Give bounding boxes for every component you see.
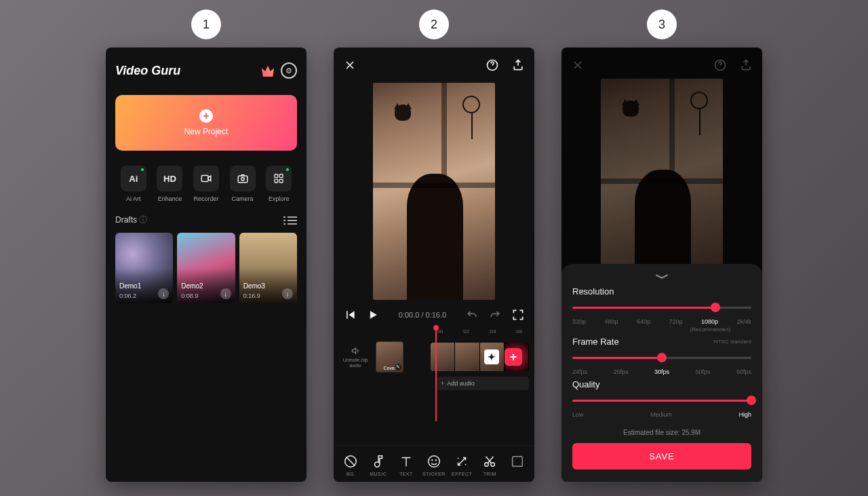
new-project-label: New Project xyxy=(184,127,229,136)
settings-icon[interactable]: ⚙ xyxy=(277,59,300,82)
resolution-recommended-label: (Recommended) xyxy=(572,326,751,332)
premium-crown-icon[interactable] xyxy=(262,64,281,77)
svg-rect-6 xyxy=(280,179,283,183)
redo-icon[interactable] xyxy=(488,308,502,322)
tool-effect[interactable]: EFFECT xyxy=(448,454,476,476)
add-audio-button[interactable]: +Add audio xyxy=(437,377,529,390)
new-project-button[interactable]: + New Project xyxy=(115,95,297,151)
list-view-icon[interactable] xyxy=(288,216,297,225)
add-clip-button[interactable]: + xyxy=(505,348,522,366)
screen-editor: 0:00.0 / 0:16.0 :00:02:04:06 Unmute clip… xyxy=(334,47,534,482)
draft-item[interactable]: Demo10:06.2↓ xyxy=(115,233,173,303)
download-icon[interactable]: ↓ xyxy=(282,288,293,299)
playback-time: 0:00.0 / 0:16.0 xyxy=(389,311,456,319)
tool-enhance[interactable]: HDEnhance xyxy=(152,166,189,202)
tool-trim[interactable]: TRIM xyxy=(476,454,504,476)
estimated-size: Estimated file size: 25.9M xyxy=(572,429,751,436)
video-preview-dimmed xyxy=(601,79,723,296)
download-icon[interactable]: ↓ xyxy=(158,288,169,299)
video-preview[interactable] xyxy=(373,83,495,300)
save-button[interactable]: SAVE xyxy=(572,443,751,470)
resolution-slider[interactable] xyxy=(572,299,751,317)
svg-point-10 xyxy=(432,460,433,461)
export-icon[interactable] xyxy=(739,58,753,72)
svg-rect-16 xyxy=(513,457,523,467)
fullscreen-icon[interactable] xyxy=(511,308,525,322)
svg-rect-3 xyxy=(275,174,278,178)
tool-sticker[interactable]: STICKER xyxy=(420,454,448,476)
svg-point-11 xyxy=(435,460,436,461)
step-badge-1: 1 xyxy=(191,9,221,39)
close-icon[interactable] xyxy=(571,58,585,72)
plus-icon: + xyxy=(199,109,213,123)
undo-icon[interactable] xyxy=(465,308,479,322)
close-icon[interactable] xyxy=(343,58,357,72)
tool-more[interactable] xyxy=(504,454,532,476)
tool-ai-art[interactable]: AiAi Art xyxy=(115,166,152,202)
quality-slider[interactable] xyxy=(572,392,751,410)
screen-home: Video Guru ⚙ + New Project AiAi Art HDEn… xyxy=(106,47,307,482)
drafts-title: Drafts ⓘ xyxy=(115,214,147,226)
draft-item[interactable]: Demo30:16.9↓ xyxy=(239,233,297,303)
help-icon[interactable] xyxy=(486,58,499,72)
resolution-title: Resolution xyxy=(572,286,751,297)
cover-thumbnail[interactable]: Cover✎ xyxy=(376,341,403,373)
tool-explore[interactable]: Explore xyxy=(260,166,297,202)
tool-recorder[interactable]: Recorder xyxy=(188,166,224,202)
help-icon[interactable] xyxy=(713,58,727,72)
framerate-title: Frame RateNTSC standard xyxy=(572,337,751,347)
timeline-playhead[interactable] xyxy=(435,325,437,421)
svg-rect-4 xyxy=(280,174,283,178)
skip-back-icon[interactable] xyxy=(343,308,357,322)
tool-bg[interactable]: BG xyxy=(336,454,364,476)
tool-music[interactable]: MUSIC xyxy=(364,454,392,476)
svg-rect-1 xyxy=(238,176,248,183)
svg-rect-0 xyxy=(201,176,208,182)
framerate-slider[interactable] xyxy=(572,349,751,367)
svg-point-13 xyxy=(465,464,467,465)
download-icon[interactable]: ↓ xyxy=(220,288,231,299)
export-sheet: Resolution 320p480p640p720p1080p2k/4k (R… xyxy=(561,264,762,482)
keyframe-button[interactable]: ✦ xyxy=(484,349,499,364)
unmute-clip-button[interactable]: Unmute clip audio xyxy=(339,346,372,368)
app-logo: Video Guru xyxy=(115,64,262,78)
quality-title: Quality xyxy=(572,379,751,389)
step-badge-3: 3 xyxy=(647,9,677,39)
sheet-handle-icon[interactable] xyxy=(572,273,751,280)
svg-rect-5 xyxy=(275,179,278,183)
tool-camera[interactable]: Camera xyxy=(224,166,261,202)
export-icon[interactable] xyxy=(511,58,525,72)
screen-export: Resolution 320p480p640p720p1080p2k/4k (R… xyxy=(561,47,762,482)
tool-text[interactable]: TEXT xyxy=(392,454,420,476)
svg-point-12 xyxy=(458,458,459,459)
svg-point-9 xyxy=(429,456,440,468)
draft-item[interactable]: Demo20:08.9↓ xyxy=(177,233,235,303)
edit-cover-icon[interactable]: ✎ xyxy=(395,364,401,370)
play-icon[interactable] xyxy=(366,308,380,322)
step-badge-2: 2 xyxy=(419,9,449,39)
svg-point-2 xyxy=(241,178,244,181)
